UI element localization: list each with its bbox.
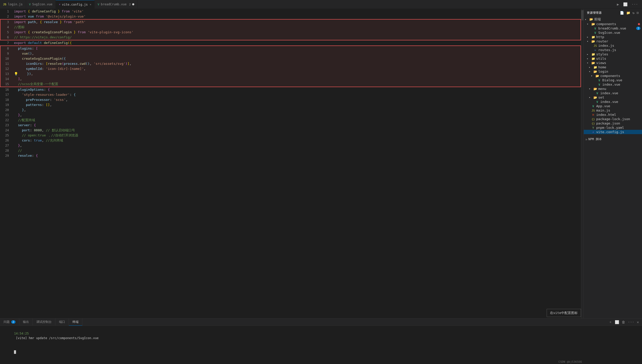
tree-item-vite-config-js[interactable]: ⚡vite.config.js: [584, 130, 642, 134]
tab-breadcrumb-vue[interactable]: V breadCrumb.vue 2: [95, 0, 138, 9]
table-row: 6// https://vitejs.dev/config/: [0, 35, 581, 40]
tree-item-routes-js[interactable]: ≈routes.js: [584, 48, 642, 52]
refresh-button[interactable]: ↻: [633, 11, 635, 15]
split-terminal-button[interactable]: ⬜: [614, 320, 620, 325]
tree-item-utils[interactable]: ▸📁utils: [584, 56, 642, 61]
tree-item-set-index-vue[interactable]: Vindex.vue: [584, 100, 642, 104]
tab-vite-config-js[interactable]: ⚡ vite.config.js ✕: [56, 0, 95, 9]
line-content: resolve: {: [13, 153, 581, 158]
new-file-button[interactable]: 📄: [620, 11, 624, 15]
close-panel-button[interactable]: ✕: [636, 320, 639, 325]
minimap-thumb: [581, 10, 584, 20]
tree-item-menu[interactable]: ▾📂menu: [584, 87, 642, 91]
tree-item-login-components[interactable]: ▾📂components: [584, 74, 642, 78]
line-content: //配置跨域: [13, 118, 581, 123]
folder-open-icon: 📂: [593, 87, 598, 91]
bottom-panel: 问题2输出调试控制台端口终端 ＋ ⬜ 🗑 ··· ✕ 14:54:25 [vit…: [0, 318, 642, 364]
tree-item-frontend[interactable]: ▾📂前端: [584, 17, 642, 22]
line-content: iconDirs: [resolve(process.cwd(), 'src/a…: [13, 61, 581, 66]
run-button[interactable]: ▶: [616, 2, 620, 7]
tab-bar: JS login.js V SvgIcon.vue ⚡ vite.config.…: [0, 0, 642, 9]
table-row: 17 'style-resources-loader': {: [0, 92, 581, 97]
line-content: symbolId: 'icon-[dir]-[name]',: [13, 66, 581, 71]
line-content: import { createSvgIconsPlugin } from 'vi…: [13, 30, 581, 35]
tree-item-home[interactable]: ▸📁home: [584, 65, 642, 69]
table-row: 28 //: [0, 148, 581, 153]
tree-item-menu-index-vue[interactable]: Vindex.vue: [584, 91, 642, 95]
table-row: 4//图标: [0, 25, 581, 30]
table-row: 2import vue from '@vitejs/plugin-vue': [0, 14, 581, 19]
more-terminal-button[interactable]: ···: [627, 320, 635, 325]
bottom-tab-output[interactable]: 输出: [19, 319, 33, 326]
folder-open-icon: 📂: [591, 40, 595, 43]
table-row: 10 createSvgIconsPlugin({: [0, 56, 581, 61]
tree-item-label: login: [598, 70, 642, 73]
split-editor-button[interactable]: ⬜: [622, 2, 629, 7]
tree-item-login[interactable]: ▾📂login: [584, 69, 642, 74]
tree-item-label: components: [600, 74, 642, 78]
tree-item-label: index.html: [595, 113, 642, 117]
tree-item-svgicon-vue[interactable]: VSvgIcon.vue: [584, 30, 642, 35]
tree-item-package-json[interactable]: {}package.json: [584, 121, 642, 125]
more-actions-button[interactable]: ···: [631, 2, 639, 7]
tree-item-components[interactable]: ▾📂components: [584, 22, 642, 26]
npm-scripts-toggle[interactable]: ▷ NPM 脚本: [584, 136, 642, 143]
table-row: 15 //scss全局变量-一个配置: [0, 82, 581, 87]
folder-open-icon: 📂: [591, 22, 595, 26]
bottom-tab-label: 终端: [72, 320, 79, 324]
tree-item-router[interactable]: ▾📂router: [584, 39, 642, 43]
tree-item-index-js[interactable]: JSindex.js: [584, 43, 642, 48]
tree-item-login-index-vue[interactable]: Vindex.vue: [584, 82, 642, 87]
tree-item-http[interactable]: ▸📁http: [584, 35, 642, 39]
line-content: vue(),: [13, 51, 581, 56]
tab-close-button[interactable]: ✕: [90, 3, 91, 6]
tab-svgicon-vue[interactable]: V SvgIcon.vue: [26, 0, 56, 9]
tree-item-breadcrumb-vue[interactable]: VbreadCrumb.vue2: [584, 26, 642, 30]
sidebar: 资源管理器 📄 📁 ↻ ⊟ ▾📂前端▾📂componentsVbreadCrum…: [584, 9, 642, 318]
terminal-time: 14:54:25: [14, 332, 29, 335]
vue-icon: V: [595, 91, 600, 95]
annotation-text: 在vite中配置图标: [550, 311, 578, 315]
tree-item-app-vue[interactable]: VApp.vue: [584, 104, 642, 108]
kill-terminal-button[interactable]: 🗑: [621, 320, 626, 325]
table-row: 1import { defineConfig } from 'vite': [0, 9, 581, 14]
line-content: plugins: [: [13, 46, 581, 51]
tree-item-dialog-vue[interactable]: VDialog.vue: [584, 78, 642, 82]
tab-login-js[interactable]: JS login.js: [0, 0, 26, 9]
terminal-content[interactable]: 14:54:25 [vite] hmr update /src/componen…: [0, 326, 642, 364]
js-icon: JS: [3, 3, 6, 6]
tree-item-set[interactable]: ▾📂set: [584, 95, 642, 100]
bottom-tab-port[interactable]: 端口: [55, 319, 69, 326]
tree-item-main-js[interactable]: JSmain.js: [584, 108, 642, 113]
editor-content[interactable]: 1import { defineConfig } from 'vite'2imp…: [0, 9, 581, 318]
line-content: export default defineConfig({: [13, 40, 581, 46]
bottom-tab-terminal[interactable]: 终端: [69, 319, 82, 326]
collapse-all-button[interactable]: ⊟: [637, 11, 639, 15]
bottom-tab-problems[interactable]: 问题2: [0, 319, 19, 326]
main-area: 1import { defineConfig } from 'vite'2imp…: [0, 9, 642, 318]
tree-arrow-icon: ▸: [587, 36, 591, 38]
table-row: 5import { createSvgIconsPlugin } from 'v…: [0, 30, 581, 35]
line-number: 27: [0, 143, 13, 148]
line-content: server: {: [13, 123, 581, 128]
tree-arrow-icon: ▾: [587, 40, 591, 43]
bottom-tab-label: 调试控制台: [36, 320, 52, 324]
tree-arrow-icon: ▸: [587, 57, 591, 60]
new-folder-button[interactable]: 📁: [626, 11, 631, 15]
tree-item-pnpm-lock-yaml[interactable]: Ypnpm-lock.yaml: [584, 125, 642, 130]
tree-item-views[interactable]: ▾📂views: [584, 61, 642, 65]
minimap[interactable]: [581, 9, 584, 318]
line-content: ],: [13, 76, 581, 82]
line-number: 24: [0, 128, 13, 133]
line-number: 2: [0, 14, 13, 19]
tree-item-package-lock-json[interactable]: {}package-lock.json: [584, 117, 642, 121]
table-row: 3import path, { resolve } from 'path': [0, 19, 581, 25]
line-number: 25: [0, 133, 13, 138]
tree-arrow-icon: ▾: [587, 23, 591, 25]
tree-item-index-html[interactable]: Hindex.html: [584, 113, 642, 117]
line-number: 15: [0, 82, 13, 87]
new-terminal-button[interactable]: ＋: [608, 319, 613, 325]
line-content: //: [13, 148, 581, 153]
bottom-tab-debug-console[interactable]: 调试控制台: [33, 319, 55, 326]
tree-item-styles[interactable]: ▸📁styles: [584, 52, 642, 56]
